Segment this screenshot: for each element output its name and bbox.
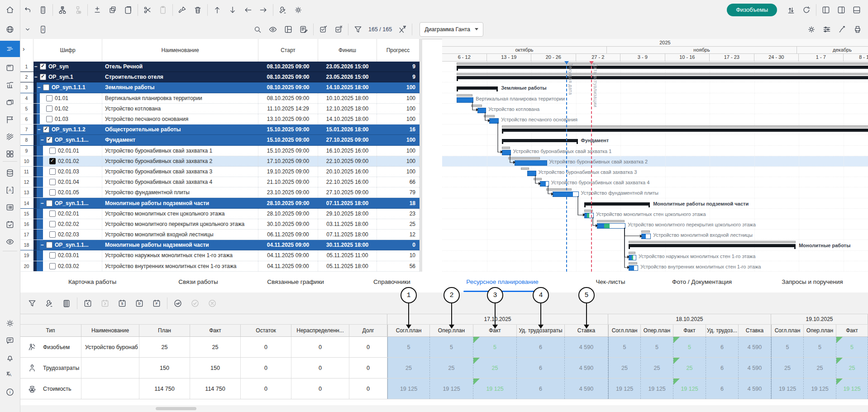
- task-progress-cell[interactable]: 100: [377, 135, 420, 145]
- resource-day-column-Согл.план[interactable]: Согл.план: [608, 325, 641, 336]
- task-code-cell[interactable]: −OP_syn.1: [33, 72, 102, 82]
- task-name-cell[interactable]: Земляные работы: [102, 82, 258, 92]
- task-code-cell[interactable]: 02.01.03: [33, 167, 102, 177]
- row-expander[interactable]: −: [40, 242, 44, 248]
- info-icon[interactable]: i: [35, 22, 51, 37]
- task-bar[interactable]: [477, 108, 486, 113]
- task-finish-cell[interactable]: 20.10.2025 16:00: [318, 167, 377, 177]
- scale-fact-icon[interactable]: F: [148, 295, 165, 311]
- split-horizontal-icon[interactable]: [849, 2, 864, 18]
- task-row[interactable]: 20 02.03.02 Устройство внутренних моноли…: [20, 261, 420, 272]
- row-checkbox[interactable]: [49, 252, 56, 259]
- row-checkbox[interactable]: [40, 74, 46, 80]
- resource-day-cell[interactable]: 4 590: [739, 378, 771, 399]
- resource-value-cell[interactable]: 114 750: [139, 378, 190, 399]
- resource-day-cell[interactable]: 25: [804, 358, 836, 378]
- task-bar[interactable]: [584, 213, 594, 218]
- task-row[interactable]: 6 01.03 Устройство песчаного основания 1…: [20, 114, 420, 125]
- gantt-row[interactable]: Устройство котлована: [442, 104, 868, 114]
- row-checkbox[interactable]: [49, 168, 56, 175]
- resource-day-cell[interactable]: 19 125: [641, 378, 673, 399]
- task-finish-cell[interactable]: 14.10.2025 18:00: [318, 114, 377, 124]
- resource-day-cell[interactable]: 25: [673, 358, 706, 378]
- row-checkbox[interactable]: [46, 242, 52, 248]
- task-bar[interactable]: [502, 150, 511, 155]
- task-row[interactable]: 4 01.01 Вертикальная планировка территор…: [20, 93, 420, 104]
- resource-day-cell[interactable]: 6: [517, 358, 565, 378]
- move-up-icon[interactable]: [210, 2, 225, 18]
- move-down-icon[interactable]: [225, 2, 240, 18]
- resource-day-cell[interactable]: 25: [430, 358, 473, 378]
- format-brush-icon[interactable]: [175, 2, 190, 18]
- gantt-row[interactable]: Монолитные работы подземной части: [442, 198, 868, 209]
- print-icon[interactable]: [850, 22, 865, 37]
- horizontal-scrollbar[interactable]: [20, 405, 868, 412]
- task-finish-cell[interactable]: 16.10.2025 16:00: [318, 146, 377, 156]
- task-row[interactable]: 13 02.01.05 Устройство фундаментной плит…: [20, 187, 420, 198]
- task-finish-cell[interactable]: 10.10.2025 18:00: [318, 93, 377, 103]
- tab-Фото / Документация[interactable]: Фото / Документация: [672, 272, 732, 292]
- resource-day-cell[interactable]: 19 125: [673, 378, 706, 399]
- paste-icon[interactable]: [155, 2, 171, 18]
- task-row[interactable]: 16 02.02.02 Устройство монолитного перек…: [20, 219, 420, 230]
- cut-icon[interactable]: [140, 2, 155, 18]
- resource-day-column-Уд. трудоз...[interactable]: Уд. трудоз...: [706, 325, 739, 336]
- approve-all-icon[interactable]: [169, 295, 186, 311]
- sidebar-item-about[interactable]: i: [0, 384, 20, 400]
- row-checkbox[interactable]: [46, 116, 52, 122]
- task-progress-cell[interactable]: 23: [377, 209, 420, 219]
- task-start-cell[interactable]: 08.10.2025 09:00: [258, 62, 318, 72]
- task-finish-cell[interactable]: 22.10.2025 16:00: [318, 177, 377, 187]
- resource-filter-icon[interactable]: [24, 295, 41, 311]
- physvolumes-button[interactable]: Физобъемы: [727, 4, 777, 16]
- collapse-panel-chevron[interactable]: ›: [23, 45, 25, 53]
- approve-icon[interactable]: [186, 295, 204, 311]
- resource-value-cell[interactable]: 0: [291, 337, 349, 357]
- gantt-row[interactable]: Устройство буронабивных свай захватка 3: [442, 167, 868, 177]
- summary-bar[interactable]: [502, 129, 868, 132]
- clear-filter-icon[interactable]: [395, 22, 410, 37]
- resource-type-cell[interactable]: Трудозатраты: [20, 358, 81, 378]
- task-name-cell[interactable]: Устройство буронабивных свай захватка 3: [102, 167, 258, 177]
- sidebar-item-notifications[interactable]: [0, 350, 20, 366]
- sidebar-item-charts-view[interactable]: [0, 77, 20, 93]
- tab-Чек-листы[interactable]: Чек-листы: [596, 272, 625, 292]
- task-progress-cell[interactable]: 100: [377, 93, 420, 103]
- row-expander[interactable]: −: [40, 200, 44, 206]
- resource-day-cell[interactable]: 5: [387, 337, 430, 357]
- task-start-cell[interactable]: 30.10.2025 09:00: [258, 219, 318, 229]
- row-expander[interactable]: −: [40, 137, 44, 143]
- resource-day-cell[interactable]: 5: [608, 337, 641, 357]
- task-progress-cell[interactable]: 10: [377, 250, 420, 260]
- task-start-cell[interactable]: 15.10.2025 09:00: [258, 125, 318, 134]
- table-menu-caret-icon[interactable]: [20, 22, 35, 37]
- column-header-Наименование[interactable]: Наименование: [102, 39, 258, 62]
- resource-day-cell[interactable]: 19 125: [771, 378, 804, 399]
- copy-task-icon[interactable]: [105, 2, 120, 18]
- gantt-row[interactable]: Устройство монолитных стен цокольного эт…: [442, 209, 868, 219]
- task-bar[interactable]: [527, 171, 536, 176]
- sidebar-item-hatching-view[interactable]: [0, 129, 20, 145]
- gantt-row[interactable]: [442, 72, 868, 82]
- worker-icon[interactable]: [24, 340, 40, 355]
- resource-day-cell[interactable]: 4 590: [739, 358, 771, 378]
- task-progress-cell[interactable]: 79: [377, 187, 420, 197]
- sidebar-item-gantt-view[interactable]: [0, 41, 20, 57]
- resource-name-cell[interactable]: [81, 358, 139, 378]
- task-progress-cell[interactable]: 66: [377, 177, 420, 187]
- gantt-row[interactable]: Вертикальная планировка территории: [442, 93, 868, 104]
- task-progress-cell[interactable]: 16: [377, 125, 420, 134]
- task-row[interactable]: 1 −OP_syn Отель Речной 08.10.2025 09:00 …: [20, 62, 420, 72]
- sidebar-item-projects-view[interactable]: [0, 94, 20, 110]
- sidebar-item-milestones-view[interactable]: [0, 111, 20, 128]
- resource-day-cell[interactable]: 19 125: [430, 378, 473, 399]
- task-finish-cell[interactable]: 14.10.2025 18:00: [318, 82, 377, 92]
- task-start-cell[interactable]: 28.10.2025 09:00: [258, 209, 318, 219]
- resource-day-column-Ставка[interactable]: Ставка: [739, 325, 771, 336]
- column-header-Шифр[interactable]: Шифр: [33, 39, 102, 62]
- gantt-row[interactable]: Монолитные работы: [442, 240, 868, 250]
- gantt-row[interactable]: Устройство наружных монолитных стен 1-го…: [442, 251, 868, 261]
- resource-day-column-Опер.план[interactable]: Опер.план: [641, 325, 673, 336]
- gantt-tune-icon[interactable]: [819, 22, 835, 37]
- edit-form-icon[interactable]: [296, 22, 311, 37]
